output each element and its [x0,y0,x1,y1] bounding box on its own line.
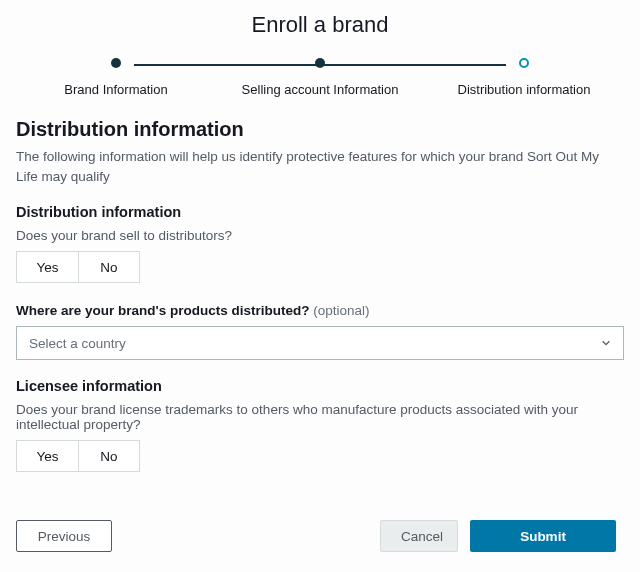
step-label: Brand Information [64,82,167,97]
footer-actions: Previous Cancel Submit [16,520,616,552]
step-selling-account: Selling account Information [220,58,420,97]
section-description: The following information will help us i… [16,147,624,186]
step-dot-filled-icon [315,58,325,68]
country-select[interactable]: Select a country [16,326,624,360]
country-field-label: Where are your brand's products distribu… [16,303,624,318]
submit-button[interactable]: Submit [470,520,616,552]
step-brand-information: Brand Information [16,58,216,97]
country-optional-text: (optional) [313,303,369,318]
country-select-placeholder: Select a country [29,336,126,351]
page-title: Enroll a brand [16,0,624,38]
previous-button[interactable]: Previous [16,520,112,552]
distributors-yes-no-group: Yes No [16,251,624,283]
progress-stepper: Brand Information Selling account Inform… [16,58,624,110]
step-distribution-information: Distribution information [424,58,624,97]
step-dot-filled-icon [111,58,121,68]
licensee-subheading: Licensee information [16,378,624,394]
chevron-down-icon [601,338,611,348]
licensee-yes-no-group: Yes No [16,440,624,472]
step-dot-current-icon [519,58,529,68]
licensee-no-button[interactable]: No [78,440,140,472]
cancel-button[interactable]: Cancel [380,520,458,552]
step-label: Selling account Information [242,82,399,97]
step-label: Distribution information [458,82,591,97]
distributors-no-button[interactable]: No [78,251,140,283]
section-heading: Distribution information [16,118,624,141]
licensee-yes-button[interactable]: Yes [16,440,78,472]
licensee-question: Does your brand license trademarks to ot… [16,402,624,432]
distribution-subheading: Distribution information [16,204,624,220]
distributors-question: Does your brand sell to distributors? [16,228,624,243]
distributors-yes-button[interactable]: Yes [16,251,78,283]
country-label-text: Where are your brand's products distribu… [16,303,310,318]
